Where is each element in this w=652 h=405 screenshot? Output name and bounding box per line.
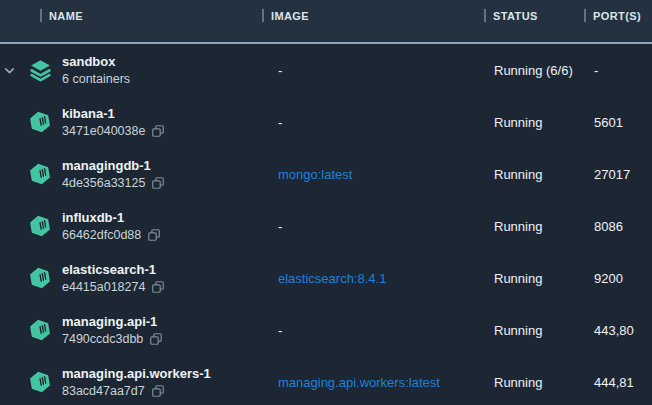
container-subtitle: e4415a018274: [62, 279, 145, 295]
container-cube-icon: [28, 162, 52, 186]
containers-table-header: NAME IMAGE STATUS PORT(S): [0, 0, 652, 44]
container-ports: 27017: [594, 167, 652, 182]
table-row[interactable]: managing.api-1 7490ccdc3dbb - Running 44…: [0, 304, 652, 356]
container-status: Running: [494, 219, 594, 234]
container-ports: -: [594, 63, 652, 78]
container-ports: 444,81: [594, 375, 652, 390]
column-header-status[interactable]: STATUS: [484, 9, 538, 22]
container-name: managingdb-1: [62, 157, 278, 174]
container-ports: 8086: [594, 219, 652, 234]
column-divider: [262, 9, 264, 22]
compose-stack-icon: [28, 58, 53, 83]
column-divider: [584, 9, 586, 22]
container-ports: 9200: [594, 271, 652, 286]
container-subtitle: 3471e040038e: [62, 123, 145, 139]
container-cube-icon: [28, 370, 52, 394]
copy-icon[interactable]: [151, 384, 165, 398]
container-name: kibana-1: [62, 105, 278, 122]
column-header-name[interactable]: NAME: [40, 9, 83, 22]
container-subtitle: 66462dfc0d88: [62, 227, 141, 243]
copy-icon[interactable]: [151, 124, 165, 138]
copy-icon[interactable]: [149, 332, 163, 346]
containers-table: NAME IMAGE STATUS PORT(S): [0, 0, 652, 405]
container-name: managing.api.workers-1: [62, 365, 278, 382]
name-cell: sandbox 6 containers: [62, 53, 278, 87]
container-subtitle: 6 containers: [62, 71, 130, 87]
name-cell: managing.api-1 7490ccdc3dbb: [62, 313, 278, 347]
container-cube-icon: [28, 110, 52, 134]
container-image: -: [278, 63, 494, 78]
copy-icon[interactable]: [151, 280, 165, 294]
name-cell: elasticsearch-1 e4415a018274: [62, 261, 278, 295]
expander-cell: [0, 64, 18, 77]
table-row[interactable]: influxdb-1 66462dfc0d88 - Running 8086: [0, 200, 652, 252]
copy-icon[interactable]: [151, 176, 165, 190]
chevron-down-icon[interactable]: [3, 64, 16, 77]
container-image: -: [278, 115, 494, 130]
container-image[interactable]: managing.api.workers:latest: [278, 375, 494, 390]
name-cell: kibana-1 3471e040038e: [62, 105, 278, 139]
name-cell: managingdb-1 4de356a33125: [62, 157, 278, 191]
column-header-image-label: IMAGE: [271, 10, 309, 22]
column-header-image[interactable]: IMAGE: [262, 9, 309, 22]
icon-cell: [18, 162, 62, 186]
table-row[interactable]: sandbox 6 containers - Running (6/6) -: [0, 44, 652, 96]
name-cell: managing.api.workers-1 83acd47aa7d7: [62, 365, 278, 399]
icon-cell: [18, 370, 62, 394]
container-status: Running: [494, 323, 594, 338]
column-divider: [40, 9, 42, 22]
container-status: Running: [494, 375, 594, 390]
container-name: sandbox: [62, 53, 278, 70]
container-status: Running (6/6): [494, 63, 594, 78]
container-cube-icon: [28, 266, 52, 290]
icon-cell: [18, 58, 62, 83]
container-image[interactable]: elasticsearch:8.4.1: [278, 271, 494, 286]
table-row[interactable]: elasticsearch-1 e4415a018274 elasticsear…: [0, 252, 652, 304]
column-header-status-label: STATUS: [493, 10, 538, 22]
container-subtitle: 7490ccdc3dbb: [62, 331, 143, 347]
copy-icon[interactable]: [147, 228, 161, 242]
icon-cell: [18, 266, 62, 290]
container-name: elasticsearch-1: [62, 261, 278, 278]
container-ports: 443,80: [594, 323, 652, 338]
container-cube-icon: [28, 318, 52, 342]
icon-cell: [18, 214, 62, 238]
icon-cell: [18, 318, 62, 342]
container-subtitle: 83acd47aa7d7: [62, 383, 145, 399]
column-divider: [484, 9, 486, 22]
container-status: Running: [494, 271, 594, 286]
table-row[interactable]: kibana-1 3471e040038e - Running 5601: [0, 96, 652, 148]
containers-table-body: sandbox 6 containers - Running (6/6) - k…: [0, 44, 652, 405]
container-name: managing.api-1: [62, 313, 278, 330]
column-header-ports[interactable]: PORT(S): [584, 9, 641, 22]
table-row[interactable]: managing.api.workers-1 83acd47aa7d7 mana…: [0, 356, 652, 405]
container-status: Running: [494, 167, 594, 182]
name-cell: influxdb-1 66462dfc0d88: [62, 209, 278, 243]
container-ports: 5601: [594, 115, 652, 130]
container-image[interactable]: mongo:latest: [278, 167, 494, 182]
container-subtitle: 4de356a33125: [62, 175, 145, 191]
container-image: -: [278, 323, 494, 338]
container-status: Running: [494, 115, 594, 130]
container-cube-icon: [28, 214, 52, 238]
column-header-name-label: NAME: [49, 10, 83, 22]
column-header-ports-label: PORT(S): [593, 10, 641, 22]
table-row[interactable]: managingdb-1 4de356a33125 mongo:latest R…: [0, 148, 652, 200]
container-name: influxdb-1: [62, 209, 278, 226]
icon-cell: [18, 110, 62, 134]
container-image: -: [278, 219, 494, 234]
